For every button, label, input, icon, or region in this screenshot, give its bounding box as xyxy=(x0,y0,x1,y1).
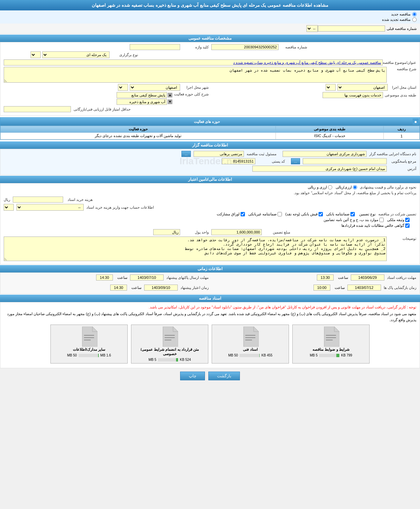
category-input[interactable] xyxy=(323,92,383,98)
account-select[interactable]: -- xyxy=(16,204,84,211)
account-extra[interactable]: v xyxy=(4,204,14,211)
prev-tender-input[interactable] xyxy=(318,26,385,32)
notes-label: توضیحات xyxy=(389,237,416,241)
property-label: وثیقه ملکی xyxy=(387,218,404,222)
new-tender-radio[interactable] xyxy=(412,12,417,16)
back-button[interactable]: بازگشت xyxy=(208,372,240,380)
reference-row: مرجع پاسخگویی ... کد پستی xyxy=(4,158,416,164)
detail-down-btn[interactable]: ▼ xyxy=(168,99,172,104)
address-label: آدرس xyxy=(389,167,416,171)
new-tender-option[interactable]: مناقصه جدید xyxy=(3,12,417,16)
doc-progress-2 xyxy=(240,354,260,357)
guarantee-types: ضمانتنامه بانکی فیش بانکی (وجه نقد) ضمان… xyxy=(217,212,355,216)
city-select[interactable]: اصفهان xyxy=(130,84,180,91)
guarantee-label: تضمین شرکت در مناقصه xyxy=(378,212,416,216)
docs-section-header: اسناد مناقصه xyxy=(0,295,420,302)
open-envelope-date[interactable] xyxy=(347,285,381,291)
detail-input2[interactable] xyxy=(117,99,167,105)
receive-doc-label: مهلت دریافت اسناد xyxy=(387,275,416,280)
property-item[interactable]: وثیقه ملکی xyxy=(387,218,410,222)
renew-tender-radio[interactable] xyxy=(412,17,417,22)
activity-title: حوزه های فعالیت xyxy=(194,120,220,124)
bank-check-check[interactable] xyxy=(319,212,323,216)
securities-check[interactable] xyxy=(241,212,245,216)
bank-check-label: فیش بانکی (وجه نقد) xyxy=(285,212,318,216)
dates-section-header: اطلاعات زمانی xyxy=(0,265,420,272)
province-select[interactable]: اصفهان xyxy=(337,84,388,91)
type-extra-select[interactable]: v xyxy=(31,51,41,58)
type-select[interactable]: یک مرحله ای xyxy=(42,51,110,58)
unit-input[interactable] xyxy=(153,229,180,235)
tender-number-input[interactable] xyxy=(211,44,279,50)
file-icon-1 xyxy=(323,327,339,347)
description-label: شرح مناقصه xyxy=(389,67,416,71)
bank-guarantee-check[interactable] xyxy=(350,212,355,216)
org-name-input[interactable] xyxy=(283,151,367,157)
electronic-guarantee-item[interactable]: ضمانتنامه غیربانکی xyxy=(248,212,282,216)
securities-item[interactable]: اوراق مشارکت xyxy=(217,212,245,216)
option-rial-radio[interactable] xyxy=(353,185,357,189)
city-extra[interactable]: v xyxy=(118,84,128,91)
keyword-input[interactable] xyxy=(130,44,180,50)
notes-textarea[interactable]: 1_ درصورت عدم ارایه ضمانت نامه شرکت در م… xyxy=(4,237,387,261)
col-category: طبقه بندی موضوعی xyxy=(276,126,384,133)
responsible-btn[interactable]: ... xyxy=(181,151,191,157)
guarantee-type-label: نوع تضمین xyxy=(359,212,376,216)
doc-max-3: 5 MB xyxy=(149,358,156,362)
option-currency-radio[interactable] xyxy=(328,185,332,189)
info-text: متعهد می شود در اسناد مناقصه، صرفأ پذیرش… xyxy=(4,311,416,323)
city-label: شهر محل اجرا xyxy=(182,85,209,90)
validity-time[interactable] xyxy=(110,285,127,291)
detail-up-btn[interactable]: ▲ xyxy=(168,93,172,97)
financial-form-section: نحوه ی برآورد مالی و قیمت پیشنهادی ارزی/… xyxy=(0,183,420,264)
send-doc-date[interactable] xyxy=(130,274,164,281)
detail-input1[interactable] xyxy=(117,92,167,98)
property-check[interactable] xyxy=(405,218,410,222)
description-textarea[interactable]: پایش سطح کیفی منابع آب شهری و منابع ذخیر… xyxy=(4,67,387,83)
reference-input[interactable] xyxy=(303,158,387,164)
svg-rect-3 xyxy=(245,335,255,336)
prev-tender-select[interactable]: -- xyxy=(306,25,318,32)
validity-date[interactable] xyxy=(144,285,178,291)
activity-add-btn[interactable]: ● xyxy=(413,119,419,125)
receive-doc-date[interactable] xyxy=(351,274,384,281)
subject-input[interactable] xyxy=(4,59,383,66)
bank-guarantee-item[interactable]: ضمانتنامه بانکی xyxy=(326,212,355,216)
option-rial[interactable]: ارزی/ریالی xyxy=(336,185,357,189)
general-form-section: شماره مناقصه کلید واژه نوع برگزاری یک مر… xyxy=(0,42,420,116)
letter-guarantee-item[interactable]: موارد بند ب، ح و خ آئین نامه تضامین xyxy=(324,218,383,222)
bottom-buttons: بازگشت چاپ xyxy=(0,368,420,384)
receive-doc-time-label: ساعت xyxy=(338,275,348,280)
doc-cost-input[interactable] xyxy=(13,197,63,203)
doc-progress-bar-3 xyxy=(176,358,178,362)
open-envelope-time[interactable] xyxy=(313,285,330,291)
reference-btn[interactable]: ... xyxy=(291,158,300,164)
renew-tender-option[interactable]: مناقصه تجدید شده xyxy=(3,17,417,22)
letter-guarantee-check[interactable] xyxy=(379,218,384,222)
doc-item-2: اسناد فنی 455 KB 50 MB xyxy=(212,325,289,364)
send-doc-time[interactable] xyxy=(96,274,113,281)
postcode-input[interactable] xyxy=(222,158,255,164)
amount-input[interactable] xyxy=(211,229,262,235)
doc-size-4: 1.6 MB xyxy=(100,353,111,357)
electronic-guarantee-check[interactable] xyxy=(278,212,282,216)
province-extra[interactable]: v xyxy=(326,84,336,91)
bank-check-item[interactable]: فیش بانکی (وجه نقد) xyxy=(285,212,323,216)
receive-doc-time[interactable] xyxy=(317,274,334,281)
doc-item-4: سایر مدارک/اطلاعات 1.6 MB 50 MB xyxy=(50,325,128,364)
responsible-input[interactable] xyxy=(194,151,244,157)
doc-cost-label: هزینه خرید اسناد xyxy=(66,198,93,202)
guarantee-row: تضمین شرکت در مناقصه نوع تضمین ضمانتنامه… xyxy=(4,212,416,216)
renew-tender-label: مناقصه تجدید شده xyxy=(382,17,411,22)
address-input[interactable] xyxy=(252,166,387,172)
org-name-row: نام دستگاه اجرایی مناقصه گزار مسئول ثبت … xyxy=(4,151,416,157)
doc-size-1: 799 KB xyxy=(341,353,352,357)
doc-item-3: متن قرارداد به انضمام شرایط عمومی/خصوصی … xyxy=(131,325,208,364)
tax-clearance-item[interactable]: گواهی خالص مطالبات تایید شده قراردادها xyxy=(341,223,410,228)
svg-rect-7 xyxy=(165,337,175,338)
tax-clearance-check[interactable] xyxy=(405,223,410,228)
min-score-input[interactable] xyxy=(4,106,71,112)
print-button[interactable]: چاپ xyxy=(180,372,205,380)
guarantee-row2: وثیقه ملکی موارد بند ب، ح و خ آئین نامه … xyxy=(4,218,416,222)
option-currency[interactable]: ارزی و ریالی xyxy=(308,185,332,189)
